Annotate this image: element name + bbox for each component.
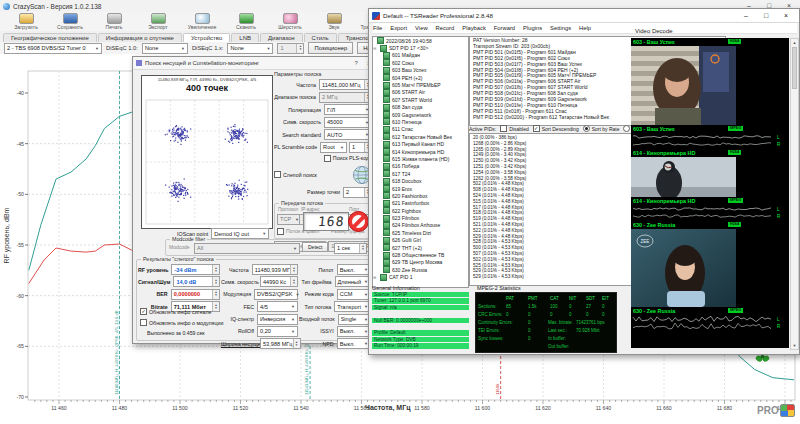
video-thumbnail[interactable]: ZEE [631,229,736,307]
tree-item[interactable]: 622 Fightbox [373,207,468,214]
update-signal-checkbox[interactable]: ✓Обновлять инфо сигнале [140,308,211,315]
menu-file[interactable]: File [373,25,382,31]
result-value[interactable]: Выкл.▼ [337,264,371,275]
param-label: Диапазон поиска [274,94,319,100]
maximize-icon[interactable]: □ [761,12,771,19]
result-value[interactable]: DVBS2/QPSK▼ [254,289,298,300]
tree-item[interactable]: 615 Живая планета (HD) [373,155,468,162]
tree-item[interactable]: 620 Fashionbox [373,192,468,199]
tree-item[interactable]: 625 Timeless Dizi [373,229,468,236]
tree-item[interactable]: 605 Матч! ПРЕМЬЕР [373,81,468,88]
tree-item[interactable]: 616 Победа [373,163,468,170]
result-value[interactable]: 0,20▼ [257,326,298,337]
tree-item[interactable]: 618 Docubox [373,177,468,184]
menu-record[interactable]: Record [436,25,455,31]
stream-icon [383,82,390,89]
help-button[interactable]: ? [351,60,362,66]
result-label: Тип потока [299,304,334,310]
stop-button[interactable] [348,211,369,232]
menu-export[interactable]: Export [390,25,407,31]
result-value[interactable]: Выкл.▼ [337,326,371,337]
result-value[interactable]: 4/5▼ [257,301,298,312]
result-value[interactable]: 0,0000000▲▼ [171,289,220,300]
param-симв-скорость[interactable]: 45000▼ [324,117,372,128]
detect-button[interactable]: Detect [302,242,328,252]
menu-forward[interactable]: Forward [494,25,515,31]
result-value[interactable]: 53,988 МГц▲▼ [260,338,301,349]
menu-view[interactable]: View [415,25,427,31]
tree-item[interactable]: 601 Майдан [373,52,468,59]
pls-search-checkbox[interactable]: Поиск PLS-кода [324,155,372,162]
svg-text:ZEE: ZEE [641,239,650,244]
tree-item[interactable]: 2022/08/26 19:40:58 [373,37,468,44]
modcode-select[interactable]: All▼ [194,243,300,254]
menu-help[interactable]: Help [579,25,591,31]
result-value[interactable]: 14,0 dB▲▼ [173,276,220,287]
tree-item[interactable]: 613 Первый Канал HD [373,140,468,147]
param-label: Search standard [274,132,324,138]
video-thumbnail[interactable] [631,46,736,125]
pl-scramble-select[interactable]: Root▼ [320,142,347,153]
tree-item[interactable]: 611 Спас [373,126,468,133]
tree-item[interactable]: 603 Ваш Успех [373,67,468,74]
result-value[interactable]: Инверсия▼ [257,314,298,325]
blind-search-checkbox[interactable]: Слепой поиск [274,171,317,178]
result-value[interactable]: 11480,939 МГ▲▼ [252,264,298,275]
detect-period-spinner[interactable]: 1 сек▲▼ [334,243,367,254]
tree-item[interactable]: 602 Союз [373,59,468,66]
tree-item[interactable]: 621 Fastnfunbox [373,200,468,207]
result-value[interactable]: -34 dBm▲▼ [171,264,220,275]
update-modulation-checkbox[interactable]: Обновлять инфо о модуляции [140,319,223,326]
menu-playback[interactable]: Playback [462,25,486,31]
tree-item[interactable]: 623 Filmbox [373,214,468,221]
result-value[interactable]: Single▼ [338,314,371,325]
disabled-checkbox[interactable]: Disabled [500,125,528,132]
result-value[interactable]: Длинный▼ [335,276,371,287]
menu-plugins[interactable]: Plugins [523,25,542,31]
tree-item[interactable]: 607 START World [373,96,468,103]
tree-item[interactable]: 609 Gagsnetwork [373,111,468,118]
result-value[interactable]: Transport▼ [334,301,371,312]
tsreader-window-controls[interactable]: –□× [741,12,791,19]
proto-label: Протокол [278,207,298,212]
result-value[interactable]: CCM▼ [337,289,371,300]
tree-item[interactable]: ⊟SDT PID 17 <30> [373,44,468,51]
tree-item[interactable]: 619 Erox [373,185,468,192]
tree-item[interactable]: ⊞CAT PID 1 [373,274,468,281]
svg-text:11 600: 11 600 [475,405,491,411]
svg-text:11 500: 11 500 [172,405,188,411]
scrollbar-thumb[interactable] [792,47,797,89]
tree-item[interactable]: 627 ТНТ (+2) [373,244,468,251]
sort-by-rate-radio[interactable]: Sort by Rate [583,125,620,132]
expand-icon[interactable]: ⊟ [373,46,378,51]
tree-item[interactable]: 614 Кинопремьера HD [373,148,468,155]
param-диапазон-поиска[interactable]: 2 МГц▲▼ [319,92,372,103]
video-thumbnail[interactable] [631,157,736,197]
tree-item[interactable]: 606 START Air [373,89,468,96]
param-search-standard[interactable]: AUTO▼ [324,129,372,140]
close-icon[interactable]: × [781,12,791,19]
result-value[interactable]: 44990 Кс▲▼ [260,276,298,287]
iqscan-select[interactable]: Demod IQ out▼ [211,228,269,239]
stream-icon [383,141,390,148]
tree-item[interactable]: 626 Gulli Girl [373,237,468,244]
param-частота[interactable]: 11481,000 МГц▲▼ [319,79,372,90]
video-pane-scrollbar[interactable]: ▲ ▼ [790,38,799,350]
minimize-icon[interactable]: – [741,12,751,19]
tree-item[interactable]: 624 Filmbox Arthouse [373,222,468,229]
tree-item[interactable]: 612 Татарстан Новый Век [373,133,468,140]
tree-item[interactable]: 629 ТВ Центр Москва [373,259,468,266]
tree-item[interactable]: 628 Общественное ТВ [373,251,468,258]
tree-item[interactable]: 630 Zee Russia [373,266,468,273]
param-label: PL Scramble code [274,144,320,150]
tree-item[interactable]: 604 РЕН (+2) [373,74,468,81]
sort-descending-checkbox[interactable]: ✓Sort Descending [533,125,579,132]
tree-item[interactable]: 617 Т24 [373,170,468,177]
result-value[interactable]: Выкл.▼ [337,338,371,349]
menu-settings[interactable]: Settings [550,25,571,31]
stream-icon [380,45,387,52]
expand-icon[interactable]: ⊞ [373,275,378,280]
tree-item[interactable]: 610 Пятница [373,118,468,125]
tree-item[interactable]: 608 Зал суда [373,104,468,111]
param-поляризация[interactable]: Г/Л▼ [324,104,372,115]
